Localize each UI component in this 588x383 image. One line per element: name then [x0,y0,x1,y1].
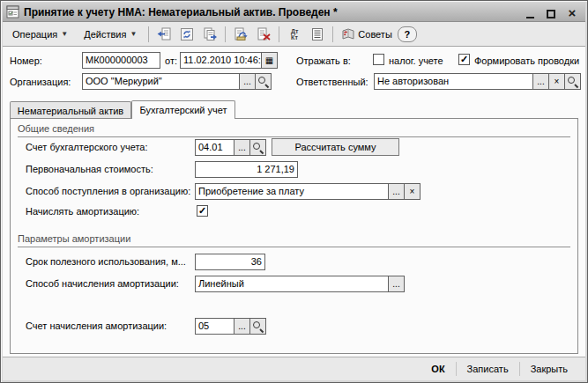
clear-icon: × [555,77,560,86]
ellipsis-icon: ... [392,280,399,289]
calendar-button[interactable]: ▦ [261,52,278,69]
tab-intangible-asset-label: Нематериальный актив [18,106,123,116]
dtkt-icon: ДтКт [291,28,298,41]
document-form: Номер: МК000000003 от: 11.02.2010 10:46:… [3,47,585,357]
magnifier-icon [252,320,264,332]
close-icon: × [569,7,577,18]
accounting-account-input[interactable]: 04.01 [195,139,234,156]
maximize-button[interactable] [545,6,557,18]
minimize-icon [526,11,534,18]
organization-label: Организация: [10,77,71,88]
toolbar-separator [279,26,279,42]
window-controls: × [524,6,582,18]
tips-label: Советы [358,29,391,40]
tips-button[interactable]: Советы [338,26,395,43]
accounting-account-label: Счет бухгалтерского учета: [26,142,147,153]
accounting-account-select-button[interactable]: ... [234,139,250,156]
chevron-down-icon: ▼ [130,30,137,38]
amortization-account-label: Счет начисления амортизации: [26,320,167,332]
set-time-button[interactable] [176,25,197,44]
save-button[interactable]: Записать [457,362,519,376]
calculate-amount-button[interactable]: Рассчитать сумму [272,138,399,156]
tab-accounting-label: Бухгалтерский учет [139,105,227,115]
organization-input[interactable]: ООО "Меркурий" [82,73,240,90]
general-section-title: Общие сведения [18,123,94,134]
reread-document-button[interactable] [153,25,175,44]
ellipsis-icon: ... [392,188,399,196]
useful-life-input[interactable]: 36 [195,254,265,270]
receipt-method-clear-button[interactable]: × [404,183,421,200]
general-section-header: Общие сведения [18,123,570,137]
toolbar-separator [225,26,226,42]
magnifier-icon [567,76,578,87]
amortization-method-label: Способ начисления амортизации: [26,278,179,290]
close-button[interactable]: × [566,6,578,18]
organization-open-button[interactable] [255,73,272,90]
operation-menu-label: Операция [12,29,57,40]
unpost-document-button[interactable] [253,25,274,44]
responsible-input[interactable]: Не авторизован [374,73,533,90]
form-postings-checkbox[interactable]: ✓ [458,54,470,65]
chevron-down-icon: ▼ [61,30,68,38]
magnifier-icon [252,142,264,153]
operation-menu-button[interactable]: Операция ▼ [5,26,75,43]
toolbar-separator [148,26,149,42]
amortization-method-input[interactable]: Линейный [195,276,389,292]
titlebar: Принятие к учету НМА: Нематериальный акт… [3,3,585,22]
amortization-account-open-button[interactable] [249,318,266,335]
amortization-account-input[interactable]: 05 [195,318,234,335]
amortization-section-header: Параметры амортизации [18,233,570,247]
date-label: от: [165,55,177,67]
responsible-select-button[interactable]: ... [532,73,549,90]
receipt-method-label: Способ поступления в организацию: [26,186,190,197]
help-button[interactable]: ? [398,26,417,42]
number-label: Номер: [10,55,42,67]
responsible-clear-button[interactable]: × [548,73,565,90]
accrue-amortization-checkbox[interactable]: ✓ [197,205,208,217]
useful-life-label: Срок полезного использования, м... [26,256,186,268]
list-icon [310,27,324,41]
show-postings-button[interactable]: ДтКт [284,25,305,44]
minimize-button[interactable] [524,6,536,18]
copy-icon [203,27,218,41]
reflect-in-label: Отражать в: [296,55,351,67]
accounting-account-open-button[interactable] [249,139,266,156]
document-list-button[interactable] [307,25,328,44]
tax-accounting-label: налог. учете [389,55,443,67]
toolbar-separator [332,26,333,42]
amortization-account-select-button[interactable]: ... [234,318,250,335]
tab-accounting[interactable]: Бухгалтерский учет [131,100,235,119]
receipt-method-input[interactable]: Приобретение за плату [195,183,389,200]
form-postings-label: Формировать проводки [474,55,579,67]
ellipsis-icon: ... [243,77,250,86]
actions-menu-label: Действия [84,29,126,40]
unpost-icon [257,27,272,41]
magnifier-icon [257,76,269,87]
post-document-button[interactable] [230,25,251,44]
ellipsis-icon: ... [238,144,245,152]
reread-icon [157,27,172,41]
date-input[interactable]: 11.02.2010 10:46:39 [180,52,262,69]
amortization-method-select-button[interactable]: ... [388,276,405,292]
organization-select-button[interactable]: ... [239,73,256,90]
accrue-amortization-label: Начислять амортизацию: [26,206,139,217]
accounting-tab-panel: Общие сведения Счет бухгалтерского учета… [10,118,578,354]
window: Принятие к учету НМА: Нематериальный акт… [0,0,588,383]
tips-book-icon [341,27,355,41]
window-title: Принятие к учету НМА: Нематериальный акт… [24,6,519,18]
post-icon [234,27,249,41]
bottom-button-bar: ОК Записать Закрыть [3,357,585,380]
initial-cost-input[interactable]: 1 271,19 [195,161,298,178]
actions-menu-button[interactable]: Действия ▼ [77,26,144,43]
tax-accounting-checkbox[interactable] [373,54,384,65]
copy-document-button[interactable] [199,25,220,44]
receipt-method-select-button[interactable]: ... [388,183,405,200]
close-form-button[interactable]: Закрыть [520,362,578,376]
ok-button[interactable]: ОК [421,362,455,376]
responsible-open-button[interactable] [564,73,581,90]
tab-intangible-asset[interactable]: Нематериальный актив [10,101,131,119]
toolbar: Операция ▼ Действия ▼ [3,22,585,47]
responsible-label: Ответственный: [296,77,368,88]
number-input[interactable]: МК000000003 [82,52,160,69]
document-window-icon [6,5,19,18]
